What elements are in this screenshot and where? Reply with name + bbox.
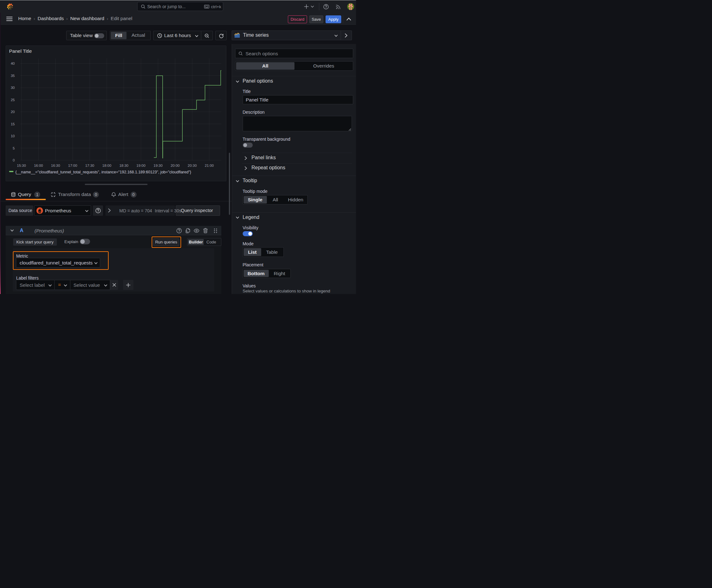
svg-text:30: 30 (11, 86, 15, 89)
svg-text:18:00: 18:00 (102, 164, 111, 167)
svg-text:15: 15 (11, 122, 15, 126)
svg-text:10: 10 (11, 134, 15, 138)
svg-text:{__name__="cloudflared_tunnel_: {__name__="cloudflared_tunnel_total_requ… (15, 170, 191, 174)
svg-text:16:30: 16:30 (51, 164, 60, 167)
svg-text:17:30: 17:30 (85, 164, 94, 167)
svg-text:15:30: 15:30 (17, 164, 26, 167)
svg-text:18:30: 18:30 (119, 164, 128, 167)
svg-text:21:00: 21:00 (205, 164, 214, 167)
svg-text:20:30: 20:30 (188, 164, 197, 167)
svg-text:25: 25 (11, 98, 15, 102)
svg-text:20:00: 20:00 (170, 164, 179, 167)
svg-text:0: 0 (13, 158, 15, 162)
svg-text:17:00: 17:00 (68, 164, 77, 167)
svg-text:19:00: 19:00 (136, 164, 146, 167)
svg-text:40: 40 (11, 62, 15, 65)
svg-text:35: 35 (11, 74, 15, 78)
svg-text:5: 5 (13, 146, 15, 150)
svg-text:16:00: 16:00 (34, 164, 43, 167)
svg-text:20: 20 (11, 110, 15, 114)
svg-text:19:30: 19:30 (153, 164, 163, 167)
